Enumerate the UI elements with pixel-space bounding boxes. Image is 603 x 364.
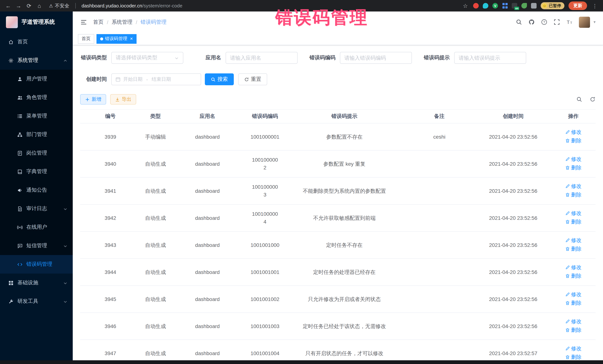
kebab-menu-icon[interactable]: ⋮ (591, 3, 599, 9)
profile-paused-badge[interactable]: ☺ 已暂停 (541, 2, 564, 9)
edit-link[interactable]: 修改 (565, 264, 581, 271)
security-indicator[interactable]: ⚠ 不安全 (49, 2, 70, 9)
row-remark: ceshi (403, 123, 475, 150)
breadcrumb-home[interactable]: 首页 (93, 19, 104, 25)
tab-error-code[interactable]: 错误码管理 ✕ (96, 34, 137, 44)
row-type: 自动生成 (141, 259, 170, 286)
user-avatar[interactable] (579, 16, 590, 28)
sidebar-item-menu[interactable]: 菜单管理 (0, 107, 73, 125)
reload-icon[interactable]: ⟳ (25, 2, 33, 9)
table-row: 3946自动生成dashboard1001001003定时任务已经处于该状态，无… (80, 313, 596, 340)
sidebar-item-infra[interactable]: 基础设施 (0, 274, 73, 292)
extensions-puzzle-icon[interactable] (531, 3, 537, 9)
edit-link[interactable]: 修改 (565, 318, 581, 325)
sidebar-item-audit[interactable]: 审计日志 (0, 199, 73, 218)
breadcrumb: 首页 / 系统管理 / 错误码管理 (93, 19, 167, 25)
end-date-placeholder: 结束日期 (151, 76, 171, 83)
table-header-row: 编号 类型 应用名 错误码编码 错误码提示 备注 创建时间 操作 (80, 110, 596, 123)
sidebar-item-notice[interactable]: 通知公告 (0, 181, 73, 199)
edit-link[interactable]: 修改 (565, 345, 581, 353)
sidebar-item-role[interactable]: 角色管理 (0, 88, 73, 107)
date-range-picker[interactable]: 开始日期 - 结束日期 (111, 73, 201, 85)
sidebar-item-label: 在线用户 (26, 224, 47, 231)
search-icon[interactable] (516, 19, 522, 25)
delete-link[interactable]: 删除 (565, 164, 581, 172)
export-button[interactable]: 导出 (110, 94, 136, 105)
edit-label: 修改 (571, 236, 581, 244)
address-bar[interactable]: dashboard.yudao.iocoder.cn/system/error-… (82, 3, 182, 9)
delete-link[interactable]: 删除 (565, 245, 581, 253)
col-message: 错误码提示 (285, 110, 403, 123)
extension-red-dot-icon[interactable] (473, 3, 479, 9)
delete-link[interactable]: 删除 (565, 191, 581, 199)
browser-home-icon[interactable]: ⌂ (36, 3, 43, 9)
filter-error-code: 错误码编码 (309, 52, 412, 64)
sidebar-item-home[interactable]: 首页 (0, 33, 73, 51)
bookmark-star-icon[interactable]: ☆ (462, 2, 469, 9)
edit-link[interactable]: 修改 (565, 182, 581, 190)
sidebar-item-dict[interactable]: 字典管理 (0, 162, 73, 181)
sidebar-item-error-code[interactable]: 错误码管理 (0, 255, 73, 274)
sidebar-item-label: 系统管理 (17, 57, 38, 64)
extension-drop-icon[interactable] (483, 3, 488, 9)
user-icon (17, 76, 23, 82)
github-icon[interactable] (529, 19, 535, 25)
delete-link[interactable]: 删除 (565, 218, 581, 226)
extension-leaf-icon[interactable] (521, 3, 527, 9)
extension-grid-icon[interactable] (502, 3, 508, 9)
edit-link[interactable]: 修改 (565, 128, 581, 136)
row-app: dashboard (170, 150, 244, 177)
row-type: 自动生成 (141, 340, 170, 360)
delete-link[interactable]: 删除 (565, 326, 581, 334)
tab-home[interactable]: 首页 (78, 34, 94, 44)
fullscreen-icon[interactable] (554, 19, 560, 25)
error-hint-input[interactable] (454, 52, 526, 64)
delete-link[interactable]: 删除 (565, 272, 581, 280)
refresh-table-icon[interactable] (590, 96, 596, 102)
create-time-label: 创建时间 (80, 76, 107, 83)
sidebar-item-system[interactable]: 系统管理 (0, 51, 73, 70)
sidebar-item-label: 基础设施 (17, 279, 38, 286)
reset-button[interactable]: 重置 (238, 73, 267, 85)
breadcrumb-system[interactable]: 系统管理 (112, 19, 132, 25)
extension-switch-icon[interactable]: on (512, 3, 517, 9)
delete-link[interactable]: 删除 (565, 137, 581, 144)
error-code-input[interactable] (340, 52, 412, 64)
edit-link[interactable]: 修改 (565, 291, 581, 298)
sidebar-item-label: 首页 (17, 39, 28, 45)
sidebar-item-post[interactable]: 岗位管理 (0, 144, 73, 162)
app-name-input[interactable] (226, 52, 298, 64)
app-logo-row[interactable]: 芋道管理系统 (0, 11, 73, 33)
url-divider (75, 3, 76, 9)
row-message: 只允许修改为开启或者关闭状态 (285, 286, 403, 313)
sidebar-item-sms[interactable]: 短信管理 (0, 236, 73, 255)
edit-link[interactable]: 修改 (565, 155, 581, 163)
row-created: 2021-04-20 23:52:57 (475, 340, 551, 360)
forward-icon[interactable]: → (15, 3, 22, 9)
sidebar-item-user[interactable]: 用户管理 (0, 70, 73, 88)
row-remark (403, 286, 475, 313)
edit-link[interactable]: 修改 (565, 236, 581, 244)
sidebar-item-online[interactable]: 在线用户 (0, 218, 73, 236)
help-icon[interactable]: ? (541, 19, 547, 25)
sidebar-item-label: 角色管理 (26, 94, 47, 101)
extension-v-icon[interactable]: V (492, 3, 498, 9)
error-type-select[interactable]: 请选择错误码类型 (111, 52, 183, 64)
add-button[interactable]: 新增 (80, 94, 106, 105)
menu-fold-icon[interactable] (80, 19, 87, 25)
delete-link[interactable]: 删除 (565, 353, 581, 360)
caret-down-icon[interactable]: ▾ (593, 20, 596, 24)
delete-icon (565, 246, 570, 251)
edit-link[interactable]: 修改 (565, 210, 581, 217)
delete-link[interactable]: 删除 (565, 299, 581, 307)
update-button[interactable]: 更新 (568, 1, 587, 10)
font-size-icon[interactable]: TT (567, 19, 573, 25)
search-button[interactable]: 搜索 (205, 73, 234, 85)
sidebar-item-dept[interactable]: 部门管理 (0, 125, 73, 144)
back-icon[interactable]: ← (4, 3, 12, 9)
row-code: 1001001003 (244, 313, 285, 340)
close-icon[interactable]: ✕ (130, 37, 133, 41)
sidebar-item-devtools[interactable]: 研发工具 (0, 292, 73, 311)
security-label: 不安全 (55, 2, 70, 9)
toggle-search-icon[interactable] (576, 96, 582, 102)
